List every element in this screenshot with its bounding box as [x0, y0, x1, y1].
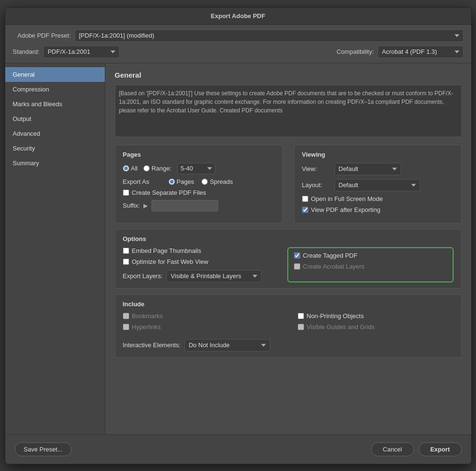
suffix-label: Suffix: — [123, 202, 140, 209]
visible-guides-label: Visible Guides and Grids — [307, 323, 375, 331]
export-as-pages-label[interactable]: Pages — [169, 178, 194, 185]
sidebar-item-advanced[interactable]: Advanced — [5, 126, 105, 141]
compatibility-label: Compatibility: — [336, 48, 374, 55]
include-title: Include — [123, 301, 454, 308]
view-label: View: — [302, 165, 331, 172]
create-tagged-row: Create Tagged PDF — [294, 252, 447, 259]
visible-guides-row: Visible Guides and Grids — [298, 323, 454, 331]
optimize-web-checkbox[interactable] — [123, 259, 129, 265]
content-area: General [Based on '[PDF/X-1a:2001]'] Use… — [105, 63, 471, 434]
suffix-arrow-icon: ▶ — [143, 202, 148, 209]
pages-all-radio[interactable] — [123, 165, 129, 171]
export-layers-row: Export Layers: Visible & Printable Layer… — [123, 270, 276, 282]
export-button[interactable]: Export — [419, 442, 462, 456]
view-pdf-row: View PDF after Exporting — [302, 206, 454, 213]
action-buttons: Cancel Export — [371, 442, 462, 456]
open-fullscreen-row: Open in Full Screen Mode — [302, 195, 454, 202]
include-grid: Bookmarks Hyperlinks Non-Printing Object… — [123, 312, 454, 334]
export-as-pages-radio[interactable] — [169, 179, 175, 185]
sidebar-item-summary[interactable]: Summary — [5, 156, 105, 170]
cancel-button[interactable]: Cancel — [371, 442, 414, 456]
top-bar: Adobe PDF Preset: [PDF/X-1a:2001] (modif… — [5, 25, 471, 63]
suffix-input[interactable] — [152, 200, 218, 211]
pages-viewing-row: Pages All Range: 5-40 — [115, 145, 462, 229]
non-printing-row: Non-Printing Objects — [298, 312, 454, 320]
non-printing-label: Non-Printing Objects — [307, 312, 364, 320]
export-pdf-dialog: Export Adobe PDF Adobe PDF Preset: [PDF/… — [5, 7, 472, 464]
bottom-bar: Save Preset... Cancel Export — [5, 434, 471, 464]
pages-range-select[interactable]: 5-40 — [177, 163, 215, 174]
interactive-label: Interactive Elements: — [123, 341, 181, 349]
include-col-left: Bookmarks Hyperlinks — [123, 312, 279, 334]
export-layers-select[interactable]: Visible & Printable Layers — [166, 270, 262, 282]
embed-thumbnails-label: Embed Page Thumbnails — [132, 247, 202, 254]
embed-thumbnails-row: Embed Page Thumbnails — [123, 247, 276, 254]
view-pdf-label: View PDF after Exporting — [311, 206, 381, 213]
sidebar-item-compression[interactable]: Compression — [5, 82, 105, 97]
layout-label: Layout: — [302, 181, 331, 189]
visible-guides-checkbox[interactable] — [298, 324, 304, 330]
description-box: [Based on '[PDF/X-1a:2001]'] Use these s… — [115, 85, 462, 137]
create-tagged-label: Create Tagged PDF — [303, 252, 358, 259]
options-grid: Embed Page Thumbnails Optimize for Fast … — [123, 247, 454, 282]
include-col-right: Non-Printing Objects Visible Guides and … — [298, 312, 454, 334]
hyperlinks-label: Hyperlinks — [132, 323, 161, 331]
main-content: General Compression Marks and Bleeds Out… — [5, 63, 471, 434]
open-fullscreen-label: Open in Full Screen Mode — [311, 195, 383, 202]
export-as-spreads-label[interactable]: Spreads — [202, 178, 233, 185]
options-section: Options Embed Page Thumbnails Optimize f… — [115, 229, 462, 289]
compatibility-select[interactable]: Acrobat 4 (PDF 1.3) — [378, 46, 464, 58]
create-separate-row: Create Separate PDF Files — [123, 189, 274, 196]
sidebar-item-output[interactable]: Output — [5, 111, 105, 126]
embed-thumbnails-checkbox[interactable] — [123, 248, 129, 254]
pages-title: Pages — [123, 151, 274, 158]
sidebar-item-marks-bleeds[interactable]: Marks and Bleeds — [5, 97, 105, 111]
bookmarks-label: Bookmarks — [132, 312, 163, 320]
create-tagged-checkbox[interactable] — [294, 252, 300, 259]
pages-all-label[interactable]: All — [123, 165, 138, 172]
view-select[interactable]: Default — [334, 163, 401, 175]
section-title: General — [115, 71, 462, 79]
dialog-title: Export Adobe PDF — [211, 12, 265, 20]
open-fullscreen-checkbox[interactable] — [302, 196, 308, 202]
standard-select[interactable]: PDF/X-1a:2001 — [43, 46, 120, 58]
pages-range-label[interactable]: Range: — [143, 165, 172, 172]
layout-row: Layout: Default — [302, 179, 454, 191]
export-as-row: Export As Pages Spreads — [123, 178, 274, 185]
export-as-spreads-radio[interactable] — [202, 179, 208, 185]
non-printing-checkbox[interactable] — [298, 313, 304, 319]
create-separate-checkbox[interactable] — [123, 190, 129, 196]
interactive-row: Interactive Elements: Do Not Include — [123, 339, 454, 351]
bookmarks-checkbox[interactable] — [123, 313, 129, 319]
sidebar-item-security[interactable]: Security — [5, 141, 105, 156]
pages-radio-group: All Range: 5-40 — [123, 163, 274, 174]
standard-label: Standard: — [13, 48, 40, 55]
view-pdf-checkbox[interactable] — [302, 207, 308, 213]
create-acrobat-label: Create Acrobat Layers — [303, 263, 365, 270]
preset-select[interactable]: [PDF/X-1a:2001] (modified) — [75, 30, 464, 42]
export-as-label: Export As — [123, 178, 161, 185]
export-layers-label: Export Layers: — [123, 272, 163, 280]
view-row: View: Default — [302, 163, 454, 175]
hyperlinks-checkbox[interactable] — [123, 324, 129, 330]
description-text: [Based on '[PDF/X-1a:2001]'] Use these s… — [119, 90, 454, 114]
create-acrobat-checkbox[interactable] — [294, 263, 300, 270]
interactive-select[interactable]: Do Not Include — [184, 339, 270, 351]
options-left: Embed Page Thumbnails Optimize for Fast … — [123, 247, 276, 282]
viewing-title: Viewing — [302, 151, 454, 158]
pages-section: Pages All Range: 5-40 — [115, 145, 283, 223]
preset-label: Adobe PDF Preset: — [13, 32, 75, 39]
pages-range-radio[interactable] — [143, 165, 150, 171]
title-bar: Export Adobe PDF — [5, 8, 471, 25]
save-preset-button[interactable]: Save Preset... — [15, 442, 72, 456]
viewing-section: Viewing View: Default Layout: Default — [294, 145, 462, 223]
optimize-web-row: Optimize for Fast Web View — [123, 258, 276, 265]
bookmarks-row: Bookmarks — [123, 312, 279, 320]
hyperlinks-row: Hyperlinks — [123, 323, 279, 331]
layout-select[interactable]: Default — [334, 179, 420, 191]
sidebar: General Compression Marks and Bleeds Out… — [5, 63, 105, 434]
sidebar-item-general[interactable]: General — [5, 67, 105, 82]
optimize-web-label: Optimize for Fast Web View — [132, 258, 209, 265]
options-right-highlighted: Create Tagged PDF Create Acrobat Layers — [287, 247, 454, 282]
options-title: Options — [123, 235, 454, 242]
